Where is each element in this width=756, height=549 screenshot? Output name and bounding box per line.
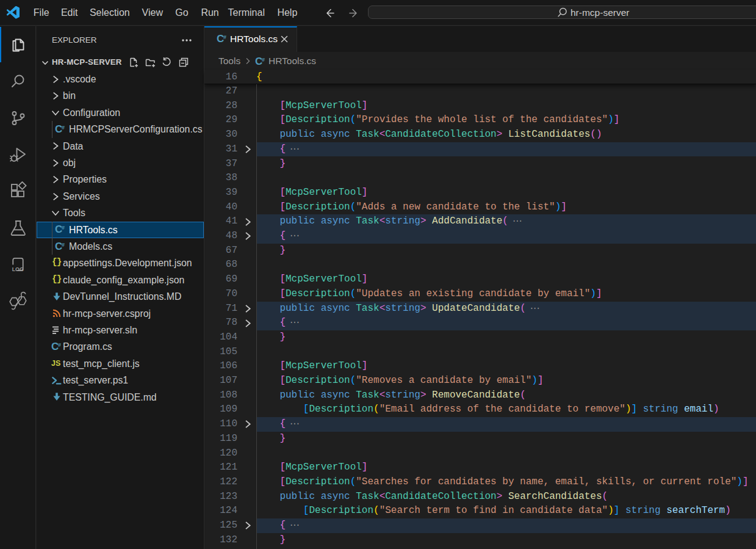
- svg-text:LOG: LOG: [12, 266, 24, 272]
